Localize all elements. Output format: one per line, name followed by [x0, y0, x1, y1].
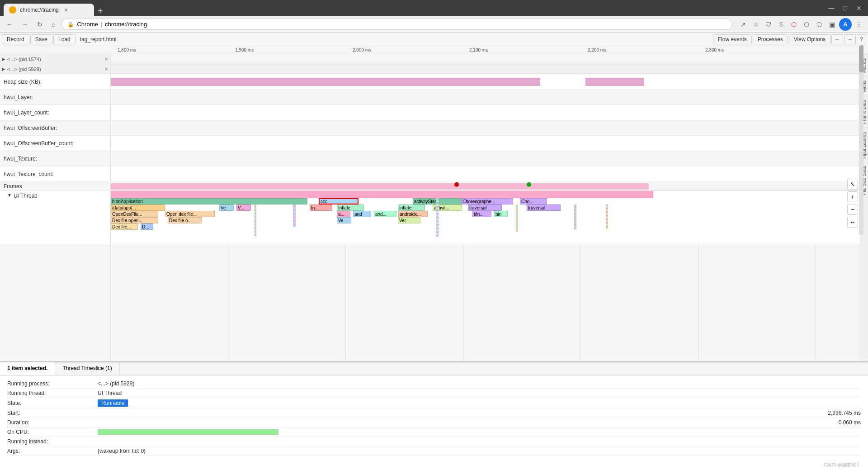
small-events-col3	[436, 198, 439, 237]
metric-offscreen-buffer: hwui_OffscreenBuffer:	[0, 120, 110, 136]
browser-icon2[interactable]: ⬡	[801, 19, 812, 30]
metric-texture-label: hwui_Texture:	[4, 156, 37, 162]
fit-tool[interactable]: ↔	[847, 217, 858, 228]
minimize-button[interactable]: ─	[826, 4, 837, 13]
shield-icon[interactable]: 🛡	[763, 19, 774, 30]
ruler-tick-2300: 2,300 ms	[705, 47, 724, 52]
load-button[interactable]: Load	[53, 34, 75, 44]
url-bar[interactable]: 🔒 Chrome | chrome://tracing	[61, 19, 732, 30]
traversal2-event[interactable]: traversal	[527, 204, 561, 211]
activity-start-label: activityStart	[414, 199, 438, 204]
detail-panel: Running process: <...> (pid 5929) Runnin…	[0, 375, 868, 470]
open-dex2-event[interactable]: Open dex file...	[165, 211, 215, 217]
hwui-texture-track	[111, 151, 860, 166]
nav-right-button[interactable]: →	[844, 34, 856, 44]
metric-hwui-layer-label: hwui_Layer:	[4, 94, 33, 100]
thread-timeslice-tab[interactable]: Thread Timeslice (1)	[55, 362, 119, 375]
close-button[interactable]: ✕	[854, 5, 864, 12]
and2-event[interactable]: and...	[374, 211, 396, 217]
traversal1-event[interactable]: traversal	[468, 204, 502, 211]
small-events-col2	[293, 204, 296, 227]
pid-close-1574[interactable]: ✕	[104, 56, 108, 62]
reload-button[interactable]: ↻	[34, 20, 45, 29]
ruler-tick-2100: 2,100 ms	[469, 47, 488, 52]
vertical-scrollbar-track[interactable]	[859, 45, 863, 235]
home-button[interactable]: ⌂	[49, 20, 58, 29]
window-controls: ─ □ ✕	[826, 4, 864, 13]
nav-left-button[interactable]: ←	[831, 34, 843, 44]
thread-main-band	[111, 191, 653, 198]
ccc-label: ccc	[321, 199, 327, 204]
ve2-event[interactable]: Ve	[337, 217, 351, 223]
choreographe-event[interactable]: Choreographe...	[461, 198, 513, 204]
ccc-event[interactable]: ccc	[319, 198, 359, 204]
hwui-offscreen-count-track	[111, 136, 860, 151]
dex-file2-label: Dex file...	[112, 224, 131, 229]
pointer-tool[interactable]: ↖	[847, 179, 858, 190]
active-tab[interactable]: chrome://tracing ✕	[4, 4, 94, 16]
bottom-tabs: 1 item selected. Thread Timeslice (1)	[0, 362, 868, 375]
expand-arrow-1574: ▶	[2, 57, 5, 62]
data-app-event[interactable]: /data/app/...	[111, 204, 165, 211]
time-ruler: 1,800 ms 1,900 ms 2,000 ms 2,100 ms 2,20…	[0, 46, 868, 54]
extensions-icon[interactable]: ⬡	[814, 19, 825, 30]
new-tab-button[interactable]: +	[94, 6, 107, 16]
cho-event[interactable]: Cho...	[520, 198, 547, 204]
bind-application-event[interactable]: bindApplication	[111, 198, 307, 204]
save-button[interactable]: Save	[30, 34, 52, 44]
inflate2-event[interactable]: Inflate	[398, 204, 425, 211]
dex-file-open-event[interactable]: Dex file open ...	[111, 217, 158, 223]
tab-bar: chrome://tracing ✕ +	[4, 0, 107, 16]
file-name-label: tag_report.html	[76, 36, 120, 43]
view-options-button[interactable]: View Options	[789, 34, 830, 44]
bin-event[interactable]: bin	[494, 211, 508, 217]
androidx-event[interactable]: androidx...	[398, 211, 428, 217]
ve-label: Ve	[221, 205, 226, 210]
frames-row-label: Frames	[0, 182, 110, 191]
pid-row-1574[interactable]: ▶ <...> (pid 1574) ✕	[0, 54, 110, 64]
in-event[interactable]: In...	[310, 204, 332, 211]
ver-event[interactable]: Ver	[398, 217, 420, 223]
v-event[interactable]: V...	[236, 204, 251, 211]
bln-event[interactable]: bln...	[472, 211, 491, 217]
selected-tab[interactable]: 1 item selected.	[0, 362, 55, 375]
pid-close-5929[interactable]: ✕	[104, 66, 108, 72]
help-button[interactable]: ?	[857, 34, 866, 44]
avatar[interactable]: A	[839, 18, 852, 31]
share-icon[interactable]: ↗	[738, 19, 749, 30]
d-event[interactable]: D...	[141, 223, 153, 230]
zoom-out-tool[interactable]: −	[847, 204, 858, 215]
a1-event[interactable]: a...	[337, 211, 350, 217]
and1-event[interactable]: and	[353, 211, 371, 217]
browser-icon1[interactable]: ⬡	[788, 19, 799, 30]
ve-event[interactable]: Ve	[219, 204, 234, 211]
cho-label: Cho...	[521, 199, 533, 204]
tab-close-button[interactable]: ✕	[62, 6, 70, 14]
dex-file2-event[interactable]: Dex file...	[111, 223, 138, 230]
vertical-scrollbar-thumb[interactable]	[859, 45, 863, 72]
inflate1-event[interactable]: Inflate	[337, 204, 364, 211]
open-dex1-event[interactable]: OpenDexFile...	[111, 211, 158, 217]
heap-bar-2	[585, 78, 644, 86]
zoom-in-tool[interactable]: +	[847, 191, 858, 202]
maximize-button[interactable]: □	[841, 5, 850, 12]
processes-button[interactable]: Processes	[753, 34, 788, 44]
args-row: Args: {wakeup from tid: 0}	[7, 446, 861, 456]
browser-title-bar: chrome://tracing ✕ + ─ □ ✕	[0, 0, 868, 16]
menu-icon[interactable]: ⋮	[854, 19, 864, 30]
back-button[interactable]: ←	[4, 20, 15, 29]
small-events-col1	[255, 204, 256, 236]
s-icon[interactable]: S	[776, 19, 787, 30]
ui-thread-track[interactable]: bindApplication ccc activityStart Chor	[111, 191, 860, 245]
pid-row-5929[interactable]: ▶ <...> (pid 5929) ✕	[0, 64, 110, 74]
dex-file-o-event[interactable]: Dex file o...	[168, 217, 202, 223]
metric-offscreen-buffer-count: hwui_OffscreenBuffer_count:	[0, 136, 110, 151]
flow-events-button[interactable]: Flow events	[713, 34, 752, 44]
record-button[interactable]: Record	[2, 34, 29, 44]
profile-icon[interactable]: ▣	[826, 19, 837, 30]
watermark: CSDN @翩若000	[824, 462, 859, 468]
frames-label: Frames	[4, 183, 22, 190]
small-events-col4	[516, 204, 518, 232]
forward-button[interactable]: →	[19, 20, 31, 29]
star-icon[interactable]: ☆	[750, 19, 761, 30]
